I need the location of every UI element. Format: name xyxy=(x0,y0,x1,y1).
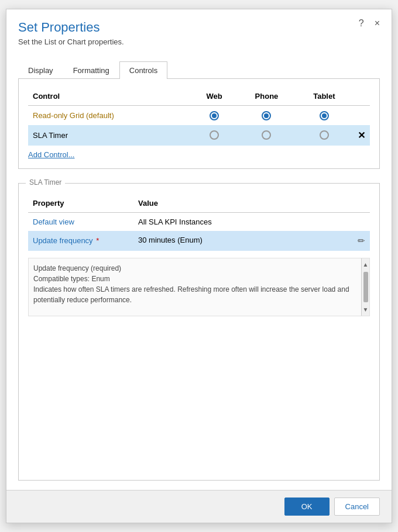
dialog-subtitle: Set the List or Chart properties. xyxy=(18,37,380,46)
dialog-header: Set Properties Set the List or Chart pro… xyxy=(6,9,392,52)
sla-phone-radio-cell[interactable] xyxy=(237,125,296,146)
description-box: Update frequency (required) Compatible t… xyxy=(28,258,370,316)
set-properties-dialog: Set Properties Set the List or Chart pro… xyxy=(6,9,392,523)
table-row: SLA Timer ✕ xyxy=(28,125,370,146)
col-value: Value xyxy=(133,195,370,213)
col-control: Control xyxy=(28,88,191,106)
tab-bar: Display Formatting Controls xyxy=(18,61,380,79)
phone-radio-filled[interactable] xyxy=(262,111,271,120)
dialog-body: Display Formatting Controls Control Web … xyxy=(6,52,392,490)
web-radio-filled[interactable] xyxy=(210,111,219,120)
default-view-value: All SLA KPI Instances xyxy=(133,212,370,231)
property-row: Default view All SLA KPI Instances xyxy=(28,212,370,231)
tab-controls[interactable]: Controls xyxy=(119,61,167,79)
cancel-button[interactable]: Cancel xyxy=(334,498,380,516)
phone-radio-cell[interactable] xyxy=(237,106,296,125)
default-view-label: Default view xyxy=(28,212,133,231)
sla-delete-cell[interactable]: ✕ xyxy=(352,125,370,146)
control-name-cell: Read-only Grid (default) xyxy=(28,106,191,125)
close-button[interactable]: × xyxy=(372,18,382,29)
help-button[interactable]: ? xyxy=(356,18,366,29)
scroll-down-icon[interactable]: ▼ xyxy=(361,303,370,316)
controls-table: Control Web Phone Tablet Read-only Grid … xyxy=(28,88,370,146)
col-property: Property xyxy=(28,195,133,213)
description-text: Update frequency (required) Compatible t… xyxy=(33,263,365,305)
sla-tablet-radio-empty[interactable] xyxy=(320,130,329,140)
tablet-radio-cell[interactable] xyxy=(296,106,352,125)
update-frequency-label: Update frequency * xyxy=(28,231,133,251)
dialog-footer: OK Cancel xyxy=(6,490,392,523)
sla-section-inner: Property Value Default view All SLA KPI … xyxy=(19,186,379,326)
edit-icon[interactable]: ✏ xyxy=(358,236,365,246)
required-star: * xyxy=(94,236,100,245)
scrollbar[interactable]: ▲ ▼ xyxy=(361,258,369,316)
delete-icon[interactable]: ✕ xyxy=(358,130,365,140)
update-frequency-value: 30 minutes (Enum) ✏ xyxy=(133,231,370,251)
sla-section-legend: SLA Timer xyxy=(26,178,65,186)
ok-button[interactable]: OK xyxy=(284,498,330,516)
controls-panel: Control Web Phone Tablet Read-only Grid … xyxy=(18,79,380,169)
col-web: Web xyxy=(191,88,237,106)
add-control-link[interactable]: Add Control... xyxy=(28,150,75,159)
tablet-radio-filled[interactable] xyxy=(320,111,329,120)
scroll-thumb xyxy=(363,272,368,302)
property-table: Property Value Default view All SLA KPI … xyxy=(28,195,370,251)
sla-timer-section: SLA Timer Property Value Default view Al… xyxy=(18,183,380,481)
sla-phone-radio-empty[interactable] xyxy=(262,130,271,140)
tab-formatting[interactable]: Formatting xyxy=(63,61,119,79)
tab-display[interactable]: Display xyxy=(18,61,63,79)
table-row: Read-only Grid (default) xyxy=(28,106,370,125)
sla-tablet-radio-cell[interactable] xyxy=(296,125,352,146)
web-radio-cell[interactable] xyxy=(191,106,237,125)
header-icons: ? × xyxy=(356,18,382,29)
sla-timer-name: SLA Timer xyxy=(28,125,191,146)
scroll-up-icon[interactable]: ▲ xyxy=(361,258,370,271)
sla-web-radio-cell[interactable] xyxy=(191,125,237,146)
property-row-selected: Update frequency * 30 minutes (Enum) ✏ xyxy=(28,231,370,251)
dialog-title: Set Properties xyxy=(18,20,380,35)
sla-web-radio-empty[interactable] xyxy=(210,130,219,140)
control-name-link[interactable]: Read-only Grid (default) xyxy=(33,111,114,120)
col-tablet: Tablet xyxy=(296,88,352,106)
col-phone: Phone xyxy=(237,88,296,106)
